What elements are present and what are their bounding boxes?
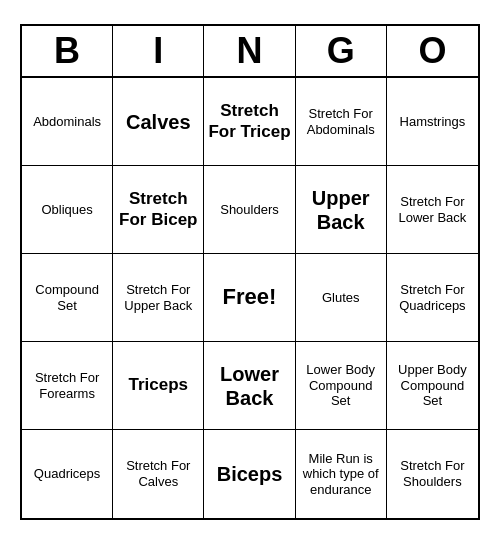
cell-r4-c0: Quadriceps — [22, 430, 113, 518]
cell-r0-c4: Hamstrings — [387, 78, 478, 166]
cell-r3-c3: Lower Body Compound Set — [296, 342, 387, 430]
cell-r2-c2: Free! — [204, 254, 295, 342]
cell-text: Hamstrings — [400, 114, 466, 130]
bingo-grid: AbdominalsCalvesStretch For TricepStretc… — [22, 78, 478, 518]
cell-r1-c4: Stretch For Lower Back — [387, 166, 478, 254]
cell-r1-c1: Stretch For Bicep — [113, 166, 204, 254]
cell-text: Stretch For Bicep — [117, 189, 199, 230]
cell-text: Stretch For Quadriceps — [391, 282, 474, 313]
cell-r2-c0: Compound Set — [22, 254, 113, 342]
cell-r0-c0: Abdominals — [22, 78, 113, 166]
bingo-card: BINGO AbdominalsCalvesStretch For Tricep… — [20, 24, 480, 520]
cell-r0-c1: Calves — [113, 78, 204, 166]
cell-r2-c4: Stretch For Quadriceps — [387, 254, 478, 342]
cell-r2-c3: Glutes — [296, 254, 387, 342]
cell-r1-c2: Shoulders — [204, 166, 295, 254]
cell-text: Stretch For Shoulders — [391, 458, 474, 489]
cell-text: Stretch For Forearms — [26, 370, 108, 401]
cell-text: Lower Back — [208, 362, 290, 410]
cell-text: Biceps — [217, 462, 283, 486]
cell-r3-c1: Triceps — [113, 342, 204, 430]
cell-text: Upper Back — [300, 186, 382, 234]
cell-text: Stretch For Lower Back — [391, 194, 474, 225]
cell-r3-c4: Upper Body Compound Set — [387, 342, 478, 430]
cell-text: Upper Body Compound Set — [391, 362, 474, 409]
cell-r1-c0: Obliques — [22, 166, 113, 254]
cell-text: Stretch For Upper Back — [117, 282, 199, 313]
cell-r4-c2: Biceps — [204, 430, 295, 518]
bingo-header: BINGO — [22, 26, 478, 78]
cell-text: Obliques — [41, 202, 92, 218]
cell-text: Compound Set — [26, 282, 108, 313]
cell-text: Stretch For Tricep — [208, 101, 290, 142]
header-letter: N — [204, 26, 295, 76]
cell-r1-c3: Upper Back — [296, 166, 387, 254]
cell-text: Triceps — [129, 375, 189, 395]
cell-text: Free! — [223, 284, 277, 310]
cell-text: Mile Run is which type of endurance — [300, 451, 382, 498]
cell-r3-c2: Lower Back — [204, 342, 295, 430]
cell-r0-c2: Stretch For Tricep — [204, 78, 295, 166]
header-letter: O — [387, 26, 478, 76]
cell-text: Shoulders — [220, 202, 279, 218]
cell-r2-c1: Stretch For Upper Back — [113, 254, 204, 342]
cell-r4-c3: Mile Run is which type of endurance — [296, 430, 387, 518]
cell-r4-c4: Stretch For Shoulders — [387, 430, 478, 518]
cell-text: Quadriceps — [34, 466, 100, 482]
cell-r4-c1: Stretch For Calves — [113, 430, 204, 518]
cell-r3-c0: Stretch For Forearms — [22, 342, 113, 430]
cell-text: Stretch For Abdominals — [300, 106, 382, 137]
cell-r0-c3: Stretch For Abdominals — [296, 78, 387, 166]
header-letter: G — [296, 26, 387, 76]
cell-text: Calves — [126, 110, 191, 134]
cell-text: Lower Body Compound Set — [300, 362, 382, 409]
cell-text: Glutes — [322, 290, 360, 306]
header-letter: B — [22, 26, 113, 76]
cell-text: Stretch For Calves — [117, 458, 199, 489]
cell-text: Abdominals — [33, 114, 101, 130]
header-letter: I — [113, 26, 204, 76]
